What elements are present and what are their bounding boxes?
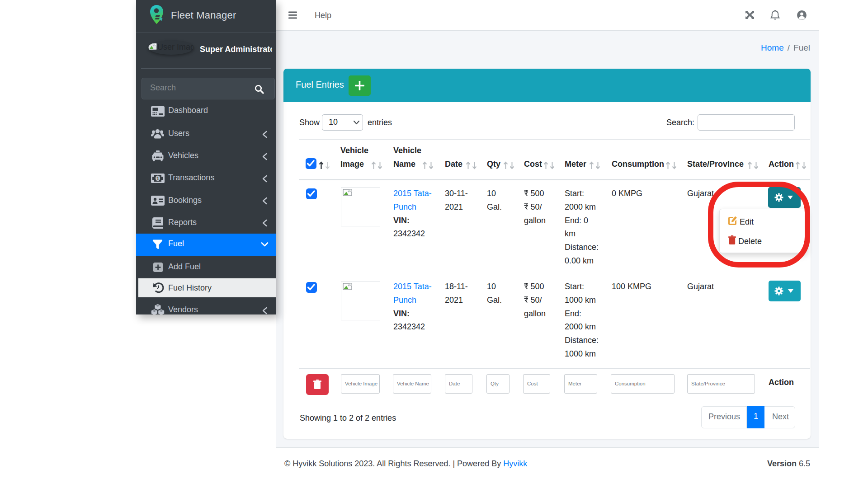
svg-text:1: 1 bbox=[156, 176, 159, 181]
